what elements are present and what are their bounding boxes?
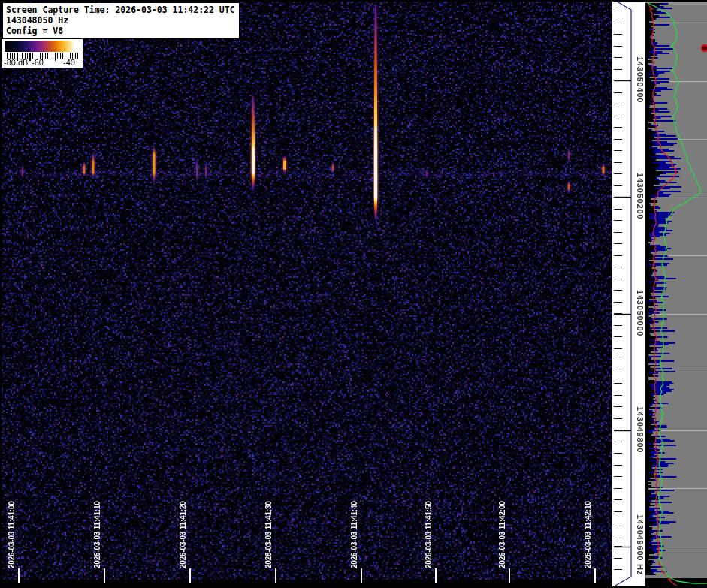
frequency-axis-label: 143049800 bbox=[636, 406, 645, 453]
time-axis-label: 2026-03-03 11:42:10 bbox=[584, 501, 592, 568]
time-axis-tick bbox=[189, 568, 191, 583]
time-axis-label: 2026-03-03 11:41:10 bbox=[93, 501, 101, 568]
frequency-axis-label: 143050400 bbox=[636, 56, 645, 103]
time-axis-label: 2026-03-03 11:41:40 bbox=[350, 501, 358, 568]
time-axis-label: 2026-03-03 11:41:50 bbox=[425, 501, 433, 568]
waterfall-display bbox=[2, 2, 612, 584]
scale-label-80db: -80 dB bbox=[4, 58, 28, 67]
frequency-axis-label: 143050200 bbox=[636, 173, 645, 219]
time-axis-tick bbox=[361, 568, 362, 583]
capture-time-text: Screen Capture Time: 2026-03-03 11:42:22… bbox=[6, 5, 236, 15]
time-axis-tick bbox=[104, 568, 105, 583]
time-axis-tick bbox=[509, 568, 510, 583]
frequency-axis-label: 143050000 bbox=[636, 290, 645, 336]
time-axis-label: 2026-03-03 11:41:20 bbox=[179, 501, 187, 568]
time-axis-label: 2026-03-03 11:41:30 bbox=[264, 501, 273, 568]
capture-info-box: Screen Capture Time: 2026-03-03 11:42:22… bbox=[2, 2, 240, 39]
time-axis-tick bbox=[18, 568, 20, 583]
time-axis-label: 2026-03-03 11:41:00 bbox=[8, 501, 16, 568]
scale-label-40db: -40 bbox=[63, 58, 75, 67]
spectrum-panel bbox=[645, 2, 707, 586]
time-axis-tick bbox=[275, 568, 276, 583]
time-axis-tick bbox=[435, 568, 437, 583]
colorbar-gradient bbox=[5, 41, 80, 52]
center-frequency-text: 143048050 Hz bbox=[6, 15, 236, 26]
scale-label-60db: -60 bbox=[32, 58, 44, 67]
spectrogram-screen: 2026-03-03 11:41:002026-03-03 11:41:1020… bbox=[0, 0, 707, 588]
time-axis-tick bbox=[594, 568, 596, 583]
intensity-color-scale: -80 dB -60 -40 bbox=[2, 39, 83, 68]
config-text: Config = V8 bbox=[6, 26, 236, 36]
time-axis-label: 2026-03-03 11:42:00 bbox=[498, 501, 506, 568]
frequency-axis-label: 143049600 Hz bbox=[636, 514, 645, 575]
